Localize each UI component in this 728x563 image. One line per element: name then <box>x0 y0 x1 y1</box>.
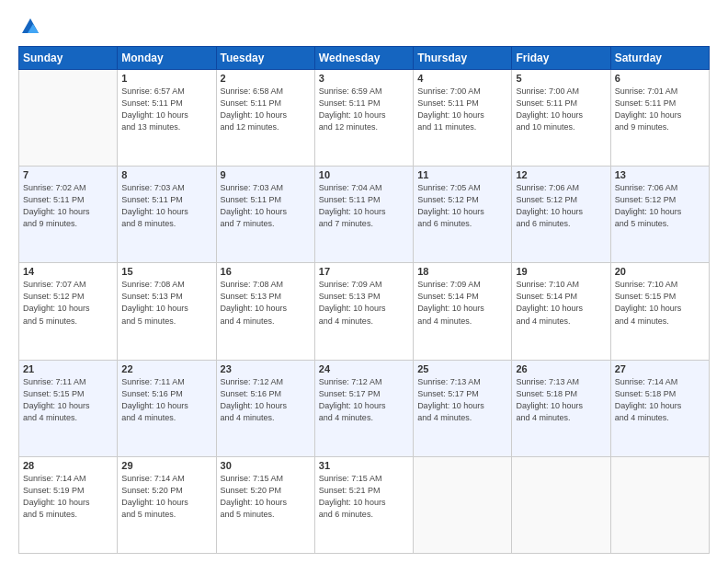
calendar-cell <box>19 70 118 167</box>
day-number: 30 <box>221 460 311 471</box>
day-info: Sunrise: 6:58 AMSunset: 5:11 PMDaylight:… <box>221 86 311 133</box>
day-info: Sunrise: 7:04 AMSunset: 5:11 PMDaylight:… <box>319 182 409 230</box>
calendar-cell: 29Sunrise: 7:14 AMSunset: 5:20 PMDayligh… <box>118 456 216 553</box>
calendar-cell: 7Sunrise: 7:02 AMSunset: 5:11 PMDaylight… <box>19 167 118 263</box>
calendar-cell: 19Sunrise: 7:10 AMSunset: 5:14 PMDayligh… <box>512 263 610 360</box>
day-info: Sunrise: 7:14 AMSunset: 5:19 PMDaylight:… <box>23 473 113 521</box>
day-number: 8 <box>121 169 211 180</box>
day-info: Sunrise: 7:14 AMSunset: 5:20 PMDaylight:… <box>121 473 211 521</box>
day-number: 28 <box>23 460 113 471</box>
day-info: Sunrise: 7:10 AMSunset: 5:15 PMDaylight:… <box>615 279 705 327</box>
day-info: Sunrise: 6:59 AMSunset: 5:11 PMDaylight:… <box>319 86 409 133</box>
calendar-cell: 21Sunrise: 7:11 AMSunset: 5:15 PMDayligh… <box>19 360 118 456</box>
calendar-week-row: 7Sunrise: 7:02 AMSunset: 5:11 PMDaylight… <box>19 167 710 263</box>
calendar-cell: 23Sunrise: 7:12 AMSunset: 5:16 PMDayligh… <box>216 360 314 456</box>
calendar-cell: 26Sunrise: 7:13 AMSunset: 5:18 PMDayligh… <box>512 360 610 456</box>
calendar-week-row: 14Sunrise: 7:07 AMSunset: 5:12 PMDayligh… <box>19 263 710 360</box>
day-info: Sunrise: 7:15 AMSunset: 5:21 PMDaylight:… <box>319 473 409 521</box>
calendar-cell: 12Sunrise: 7:06 AMSunset: 5:12 PMDayligh… <box>512 167 610 263</box>
day-info: Sunrise: 7:06 AMSunset: 5:12 PMDaylight:… <box>516 182 606 230</box>
calendar-cell <box>414 456 512 553</box>
calendar-cell: 9Sunrise: 7:03 AMSunset: 5:11 PMDaylight… <box>216 167 314 263</box>
day-of-week-header: Monday <box>118 47 216 70</box>
day-number: 15 <box>121 266 211 277</box>
header <box>18 17 710 37</box>
calendar-cell: 30Sunrise: 7:15 AMSunset: 5:20 PMDayligh… <box>216 456 314 553</box>
day-of-week-header: Sunday <box>19 47 118 70</box>
calendar-table: SundayMondayTuesdayWednesdayThursdayFrid… <box>18 46 710 554</box>
day-number: 4 <box>417 73 507 84</box>
day-number: 14 <box>23 266 113 277</box>
day-info: Sunrise: 7:09 AMSunset: 5:14 PMDaylight:… <box>417 279 507 327</box>
day-info: Sunrise: 7:09 AMSunset: 5:13 PMDaylight:… <box>319 279 409 327</box>
calendar-cell: 25Sunrise: 7:13 AMSunset: 5:17 PMDayligh… <box>414 360 512 456</box>
day-number: 31 <box>319 460 409 471</box>
calendar-cell <box>512 456 610 553</box>
calendar-cell: 14Sunrise: 7:07 AMSunset: 5:12 PMDayligh… <box>19 263 118 360</box>
calendar-cell: 10Sunrise: 7:04 AMSunset: 5:11 PMDayligh… <box>314 167 413 263</box>
calendar-cell: 24Sunrise: 7:12 AMSunset: 5:17 PMDayligh… <box>314 360 413 456</box>
calendar-cell: 3Sunrise: 6:59 AMSunset: 5:11 PMDaylight… <box>314 70 413 167</box>
calendar-week-row: 1Sunrise: 6:57 AMSunset: 5:11 PMDaylight… <box>19 70 710 167</box>
calendar-cell: 13Sunrise: 7:06 AMSunset: 5:12 PMDayligh… <box>610 167 709 263</box>
day-number: 7 <box>23 169 113 180</box>
day-info: Sunrise: 7:11 AMSunset: 5:15 PMDaylight:… <box>23 376 113 424</box>
day-number: 25 <box>417 363 507 374</box>
calendar-week-row: 28Sunrise: 7:14 AMSunset: 5:19 PMDayligh… <box>19 456 710 553</box>
calendar-week-row: 21Sunrise: 7:11 AMSunset: 5:15 PMDayligh… <box>19 360 710 456</box>
day-number: 23 <box>221 363 311 374</box>
day-info: Sunrise: 7:14 AMSunset: 5:18 PMDaylight:… <box>615 376 705 424</box>
calendar-cell: 6Sunrise: 7:01 AMSunset: 5:11 PMDaylight… <box>610 70 709 167</box>
day-number: 24 <box>319 363 409 374</box>
calendar-cell: 20Sunrise: 7:10 AMSunset: 5:15 PMDayligh… <box>610 263 709 360</box>
page: SundayMondayTuesdayWednesdayThursdayFrid… <box>0 0 728 563</box>
day-number: 16 <box>221 266 311 277</box>
day-info: Sunrise: 7:03 AMSunset: 5:11 PMDaylight:… <box>221 182 311 230</box>
day-info: Sunrise: 7:13 AMSunset: 5:18 PMDaylight:… <box>516 376 606 424</box>
calendar-header-row: SundayMondayTuesdayWednesdayThursdayFrid… <box>19 47 710 70</box>
day-number: 26 <box>516 363 606 374</box>
day-number: 5 <box>516 73 606 84</box>
day-of-week-header: Wednesday <box>314 47 413 70</box>
day-number: 27 <box>615 363 705 374</box>
calendar-cell: 4Sunrise: 7:00 AMSunset: 5:11 PMDaylight… <box>414 70 512 167</box>
day-info: Sunrise: 7:06 AMSunset: 5:12 PMDaylight:… <box>615 182 705 230</box>
day-number: 17 <box>319 266 409 277</box>
calendar-cell: 31Sunrise: 7:15 AMSunset: 5:21 PMDayligh… <box>314 456 413 553</box>
calendar-cell: 1Sunrise: 6:57 AMSunset: 5:11 PMDaylight… <box>118 70 216 167</box>
day-number: 22 <box>121 363 211 374</box>
logo-icon <box>20 17 40 37</box>
calendar-cell: 28Sunrise: 7:14 AMSunset: 5:19 PMDayligh… <box>19 456 118 553</box>
day-info: Sunrise: 7:03 AMSunset: 5:11 PMDaylight:… <box>121 182 211 230</box>
day-number: 10 <box>319 169 409 180</box>
day-info: Sunrise: 7:05 AMSunset: 5:12 PMDaylight:… <box>417 182 507 230</box>
day-number: 19 <box>516 266 606 277</box>
day-info: Sunrise: 6:57 AMSunset: 5:11 PMDaylight:… <box>121 86 211 133</box>
day-number: 1 <box>121 73 211 84</box>
calendar-cell: 8Sunrise: 7:03 AMSunset: 5:11 PMDaylight… <box>118 167 216 263</box>
day-number: 13 <box>615 169 705 180</box>
calendar-cell: 22Sunrise: 7:11 AMSunset: 5:16 PMDayligh… <box>118 360 216 456</box>
calendar-cell <box>610 456 709 553</box>
day-info: Sunrise: 7:13 AMSunset: 5:17 PMDaylight:… <box>417 376 507 424</box>
day-number: 29 <box>121 460 211 471</box>
day-of-week-header: Friday <box>512 47 610 70</box>
day-number: 21 <box>23 363 113 374</box>
day-info: Sunrise: 7:08 AMSunset: 5:13 PMDaylight:… <box>121 279 211 327</box>
day-number: 11 <box>417 169 507 180</box>
calendar-cell: 17Sunrise: 7:09 AMSunset: 5:13 PMDayligh… <box>314 263 413 360</box>
calendar-cell: 18Sunrise: 7:09 AMSunset: 5:14 PMDayligh… <box>414 263 512 360</box>
day-number: 3 <box>319 73 409 84</box>
calendar-cell: 2Sunrise: 6:58 AMSunset: 5:11 PMDaylight… <box>216 70 314 167</box>
day-info: Sunrise: 7:08 AMSunset: 5:13 PMDaylight:… <box>221 279 311 327</box>
day-info: Sunrise: 7:11 AMSunset: 5:16 PMDaylight:… <box>121 376 211 424</box>
logo <box>18 17 40 37</box>
calendar-cell: 27Sunrise: 7:14 AMSunset: 5:18 PMDayligh… <box>610 360 709 456</box>
day-of-week-header: Tuesday <box>216 47 314 70</box>
day-of-week-header: Thursday <box>414 47 512 70</box>
day-number: 9 <box>221 169 311 180</box>
day-info: Sunrise: 7:15 AMSunset: 5:20 PMDaylight:… <box>221 473 311 521</box>
day-info: Sunrise: 7:01 AMSunset: 5:11 PMDaylight:… <box>615 86 705 133</box>
day-info: Sunrise: 7:12 AMSunset: 5:16 PMDaylight:… <box>221 376 311 424</box>
day-info: Sunrise: 7:00 AMSunset: 5:11 PMDaylight:… <box>417 86 507 133</box>
